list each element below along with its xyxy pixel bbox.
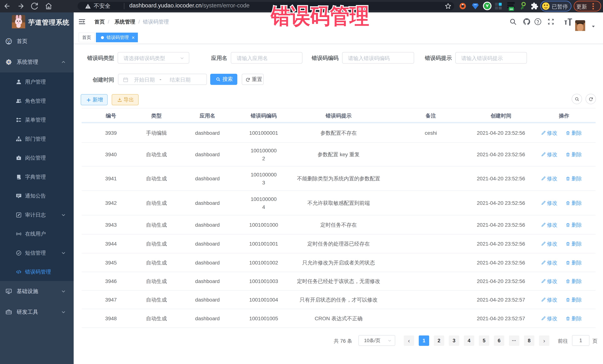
svg-text:on: on <box>510 8 513 11</box>
svg-text:错误码管理: 错误码管理 <box>270 4 369 28</box>
